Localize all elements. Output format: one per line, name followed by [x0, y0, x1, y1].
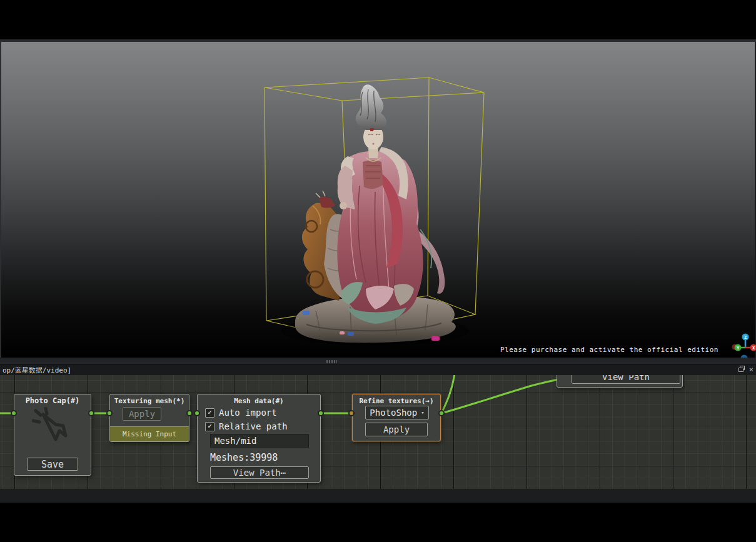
connector-dot-input[interactable] [348, 410, 355, 416]
apply-button[interactable]: Apply [365, 423, 428, 436]
statue-model [281, 84, 469, 346]
connector-dot[interactable] [11, 410, 17, 416]
check-icon: ✓ [208, 408, 212, 416]
gizmo-z-label: Z [744, 335, 747, 340]
chevron-down-icon: ▾ [421, 409, 424, 416]
view-path-button[interactable]: View Path [572, 375, 680, 384]
missing-input-status-badge: Missing Input [110, 426, 189, 441]
node-photo-cap[interactable]: Photo Cap(#) Save [14, 394, 91, 476]
engine-dropdown-value: PhotoShop [370, 408, 417, 418]
relative-path-checkbox[interactable]: ✓ [205, 422, 214, 431]
connector-dot[interactable] [88, 410, 94, 416]
node-panel-header: op/蓝星数据/video] × [0, 364, 756, 375]
viewport-3d[interactable]: Z Y X Please purchase and activate the o… [0, 42, 756, 358]
application-window: Z Y X Please purchase and activate the o… [0, 0, 756, 542]
node-refine-textures[interactable]: Refine textures(→) PhotoShop ▾ Apply [352, 394, 441, 441]
node-title: Refine textures(→) [353, 396, 440, 406]
click-cursor-icon [32, 407, 71, 448]
connector-dot[interactable] [318, 410, 324, 416]
connector-dot[interactable] [194, 410, 200, 416]
apply-button[interactable]: Apply [123, 407, 161, 421]
splitter-grip-icon[interactable] [326, 360, 337, 363]
restore-window-icon[interactable] [738, 366, 745, 374]
breadcrumb: op/蓝星数据/video] [3, 366, 71, 375]
node-texturing-mesh[interactable]: Texturing mesh(*) Apply Missing Input [109, 394, 189, 442]
bottom-black-bar [0, 503, 756, 542]
node-title: Texturing mesh(*) [110, 396, 189, 406]
panel-splitter[interactable] [0, 358, 756, 364]
node-title: Photo Cap(#) [14, 396, 91, 406]
view-path-button[interactable]: View Path⋯ [210, 466, 309, 479]
mesh-count-label: Meshes:39998 [210, 452, 278, 463]
connector-dot[interactable] [186, 410, 193, 416]
node-graph-canvas[interactable]: Photo Cap(#) Save Texturing mesh(*) Appl… [0, 375, 756, 489]
save-button[interactable]: Save [27, 458, 78, 471]
auto-import-checkbox[interactable]: ✓ [205, 408, 214, 418]
panel-bottom-strip [0, 489, 756, 503]
engine-dropdown[interactable]: PhotoShop ▾ [365, 406, 429, 419]
node-title: Mesh data(#) [198, 396, 320, 406]
node-clipped-top-right[interactable]: View Path [557, 375, 683, 388]
close-icon[interactable]: × [749, 366, 753, 374]
node-mesh-data[interactable]: Mesh data(#) ✓ Auto import ✓ Relative pa… [197, 394, 321, 483]
connector-dot[interactable] [106, 410, 113, 416]
license-notice: Please purchase and activate the officia… [500, 346, 718, 354]
auto-import-label: Auto import [219, 408, 277, 418]
top-black-bar [0, 0, 756, 42]
scene-render: Z Y X [0, 42, 756, 358]
axis-gizmo[interactable]: Z Y X [732, 334, 756, 358]
connector-dot[interactable] [438, 410, 445, 416]
check-icon: ✓ [208, 422, 212, 430]
relative-path-label: Relative path [219, 421, 288, 431]
mesh-path-field[interactable] [210, 434, 309, 448]
